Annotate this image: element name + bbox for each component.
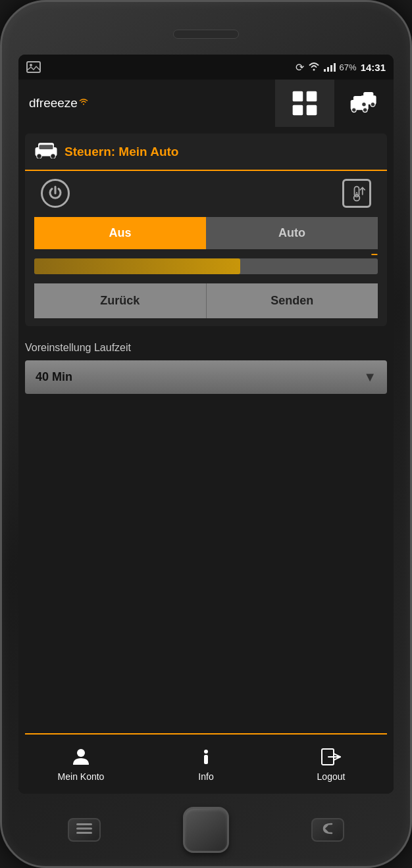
preset-section: Voreinstellung Laufzeit 40 Min ▼ [18, 333, 394, 403]
car-icon [34, 140, 58, 163]
svg-rect-2 [293, 91, 303, 102]
svg-rect-0 [27, 62, 40, 72]
svg-rect-29 [76, 832, 92, 834]
control-panel: Steuern: Mein Auto [25, 133, 387, 326]
back-icon [319, 821, 337, 838]
nav-info-label: Info [198, 771, 213, 782]
gallery-icon [26, 61, 41, 73]
toggle-aus[interactable]: Aus [34, 217, 206, 249]
senden-button[interactable]: Senden [207, 283, 378, 318]
svg-point-20 [354, 195, 360, 201]
svg-point-1 [30, 64, 32, 66]
hw-back-button[interactable] [311, 818, 344, 842]
progress-bar-bg [34, 258, 378, 274]
svg-rect-18 [39, 145, 53, 149]
toggle-row: Aus Auto [34, 217, 378, 249]
svg-point-9 [363, 108, 367, 112]
preset-value: 40 Min [36, 370, 72, 384]
nav-mein-konto[interactable]: Mein Konto [18, 735, 143, 794]
phone-frame: ⟳ 67% 14:31 dfreeeze [0, 0, 412, 868]
svg-rect-3 [307, 91, 317, 102]
brand-name: dfreeeze [29, 96, 78, 110]
status-right: ⟳ 67% 14:31 [296, 61, 386, 74]
progress-area: − [34, 258, 378, 274]
wifi-icon [308, 62, 320, 73]
svg-rect-11 [363, 92, 373, 97]
tab-grid[interactable] [275, 80, 334, 127]
power-row: A [34, 179, 378, 208]
zuruck-button[interactable]: Zurück [34, 283, 207, 318]
brand-wifi-icon [79, 99, 88, 108]
nav-mein-konto-label: Mein Konto [58, 771, 105, 782]
temp-icon: A [342, 179, 371, 208]
panel-body: A Aus Auto − [25, 171, 387, 326]
brand-area: dfreeeze [18, 80, 275, 127]
svg-rect-5 [307, 105, 317, 116]
hw-home-button[interactable] [183, 807, 229, 853]
svg-text:A: A [355, 191, 358, 196]
svg-point-13 [371, 102, 375, 107]
panel-title: Steuern: Mein Auto [64, 145, 178, 159]
cars-icon [349, 89, 378, 118]
spacer [18, 403, 394, 733]
preset-label: Voreinstellung Laufzeit [25, 342, 387, 354]
status-time: 14:31 [361, 62, 386, 73]
svg-rect-24 [204, 755, 208, 764]
progress-bar-fill [34, 258, 240, 274]
hw-menu-button[interactable] [68, 818, 101, 842]
main-content: Steuern: Mein Auto [18, 127, 394, 794]
svg-point-17 [51, 154, 56, 158]
nav-info[interactable]: Info [143, 735, 269, 794]
svg-rect-28 [76, 828, 92, 830]
svg-rect-4 [293, 105, 303, 116]
person-icon [70, 746, 91, 767]
header-nav: dfreeeze [18, 80, 394, 127]
toggle-auto[interactable]: Auto [206, 217, 378, 249]
svg-point-8 [351, 108, 356, 112]
preset-dropdown[interactable]: 40 Min ▼ [25, 360, 387, 394]
signal-bars [324, 62, 336, 72]
tab-cars[interactable] [334, 80, 394, 127]
menu-icon [75, 822, 93, 838]
logout-icon [321, 746, 342, 767]
status-left [26, 61, 41, 73]
svg-point-23 [204, 750, 208, 754]
panel-header: Steuern: Mein Auto [25, 133, 387, 171]
status-bar: ⟳ 67% 14:31 [18, 55, 394, 80]
nav-logout[interactable]: Logout [269, 735, 394, 794]
rotate-icon: ⟳ [296, 61, 304, 74]
phone-hardware-bottom [41, 794, 371, 866]
action-row: Zurück Senden [34, 283, 378, 318]
progress-minus: − [371, 248, 378, 262]
bottom-nav: Mein Konto Info Logout [18, 735, 394, 794]
nav-logout-label: Logout [317, 771, 346, 782]
battery-level: 67% [340, 62, 357, 72]
svg-point-12 [362, 102, 367, 107]
power-button[interactable] [41, 179, 70, 208]
svg-point-16 [37, 154, 42, 158]
svg-rect-27 [76, 823, 92, 825]
phone-screen: ⟳ 67% 14:31 dfreeeze [18, 55, 394, 794]
grid-icon [290, 89, 319, 118]
svg-point-22 [77, 749, 85, 757]
speaker-slot [173, 30, 239, 39]
chevron-down-icon: ▼ [363, 370, 376, 385]
info-icon [195, 746, 217, 767]
